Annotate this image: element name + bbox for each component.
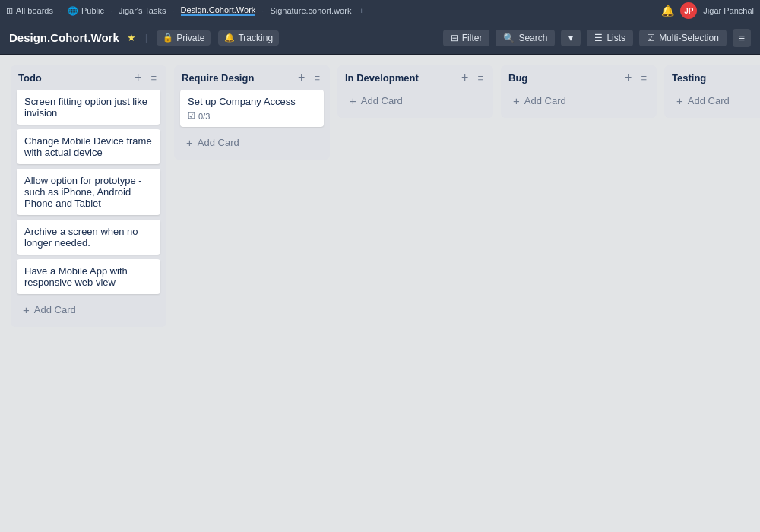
plus-icon: + <box>513 94 520 107</box>
column-require-design-menu-button[interactable]: ≡ <box>312 72 322 84</box>
multi-selection-button[interactable]: ☑ Multi-Selection <box>639 30 727 46</box>
checklist-icon: ☑ <box>188 111 195 121</box>
column-testing: Testing + ≡ + Add Card <box>664 65 760 118</box>
tab-public[interactable]: 🌐 Public <box>68 6 104 16</box>
card-screen-fitting[interactable]: Screen fitting option just like invision <box>17 90 160 125</box>
column-todo-menu-button[interactable]: ≡ <box>148 72 159 84</box>
board-container: Todo + ≡ Screen fitting option just like… <box>0 55 760 532</box>
todo-add-card-button[interactable]: + Add Card <box>17 299 160 321</box>
tracking-badge[interactable]: 🔔 Tracking <box>218 30 279 46</box>
column-todo-title: Todo <box>18 72 128 84</box>
checkbox-icon: ☑ <box>647 33 655 43</box>
column-require-design: Require Design + ≡ Set up Company Access… <box>174 65 330 160</box>
search-icon: 🔍 <box>503 33 515 43</box>
bell-icon: 🔔 <box>224 33 235 43</box>
column-require-design-header: Require Design + ≡ <box>174 65 330 90</box>
avatar[interactable]: JP <box>680 2 697 19</box>
column-bug-menu-button[interactable]: ≡ <box>638 72 649 84</box>
header-menu-button[interactable]: ≡ <box>733 29 751 47</box>
tab-separator-1: · <box>59 6 62 15</box>
app-header: Design.Cohort.Work ★ | 🔒 Private 🔔 Track… <box>0 21 760 55</box>
column-bug-add-button[interactable]: + <box>622 71 634 84</box>
lists-button[interactable]: ☰ Lists <box>587 30 633 46</box>
column-todo: Todo + ≡ Screen fitting option just like… <box>11 65 166 327</box>
add-tab-button[interactable]: + <box>359 6 363 15</box>
star-icon[interactable]: ★ <box>127 32 136 43</box>
tab-bar: ⊞ All boards · 🌐 Public · Jigar's Tasks … <box>0 0 760 21</box>
tab-separator-4: · <box>261 6 264 15</box>
tab-jigars-tasks[interactable]: Jigar's Tasks <box>119 6 166 15</box>
bug-add-card-button[interactable]: + Add Card <box>507 90 651 112</box>
private-badge[interactable]: 🔒 Private <box>157 30 211 46</box>
column-bug-body: + Add Card <box>501 90 657 118</box>
column-in-development-menu-button[interactable]: ≡ <box>475 72 486 84</box>
card-mobile-device-frame[interactable]: Change Mobile Device frame with actual d… <box>17 129 160 164</box>
filter-button[interactable]: ⊟ Filter <box>443 30 490 46</box>
column-bug-header: Bug + ≡ <box>501 65 657 90</box>
column-in-development-body: + Add Card <box>337 90 493 118</box>
grid-icon: ⊞ <box>6 6 13 16</box>
plus-icon: + <box>676 94 683 107</box>
list-icon: ☰ <box>594 33 603 43</box>
card-prototype-option[interactable]: Allow option for prototype - such as iPh… <box>17 169 160 215</box>
search-button[interactable]: 🔍 Search <box>496 30 555 46</box>
tab-signature-cohort[interactable]: Signature.cohort.work <box>270 6 351 15</box>
tab-separator-2: · <box>110 6 112 15</box>
notification-icon[interactable]: 🔔 <box>661 5 674 17</box>
header-right: ⊟ Filter 🔍 Search ▾ ☰ Lists ☑ Multi-Sele… <box>443 29 751 47</box>
lock-icon: 🔒 <box>163 33 173 43</box>
card-checklist: ☑ 0/3 <box>188 111 316 121</box>
card-mobile-app-responsive[interactable]: Have a Mobile App with responsive web vi… <box>17 259 160 294</box>
tab-bar-right: 🔔 JP Jigar Panchal <box>661 2 754 19</box>
tab-design-cohort[interactable]: Design.Cohort.Work <box>181 5 256 16</box>
column-in-development-add-button[interactable]: + <box>459 71 470 84</box>
tab-all-boards[interactable]: ⊞ All boards <box>6 6 53 16</box>
column-todo-add-button[interactable]: + <box>132 71 144 84</box>
column-todo-header: Todo + ≡ <box>11 65 166 90</box>
column-testing-title: Testing <box>672 72 760 84</box>
column-require-design-title: Require Design <box>182 72 291 84</box>
tab-separator-3: · <box>172 6 174 15</box>
card-archive-screen[interactable]: Archive a screen when no longer needed. <box>17 220 160 255</box>
column-testing-body: + Add Card <box>664 90 760 118</box>
plus-icon: + <box>186 136 193 149</box>
filter-icon: ⊟ <box>451 33 458 43</box>
column-require-design-body: Set up Company Access ☑ 0/3 + Add Card <box>174 90 330 160</box>
column-bug-title: Bug <box>508 72 618 84</box>
column-bug: Bug + ≡ + Add Card <box>501 65 657 118</box>
plus-icon: + <box>23 303 30 316</box>
testing-add-card-button[interactable]: + Add Card <box>670 90 760 112</box>
globe-icon: 🌐 <box>68 6 78 16</box>
column-in-development-header: In Development + ≡ <box>337 65 493 90</box>
card-company-access[interactable]: Set up Company Access ☑ 0/3 <box>180 90 324 127</box>
require-design-add-card-button[interactable]: + Add Card <box>180 131 324 154</box>
dropdown-button[interactable]: ▾ <box>561 30 581 46</box>
app-logo[interactable]: Design.Cohort.Work <box>9 31 119 44</box>
column-in-development-title: In Development <box>345 72 454 84</box>
column-require-design-add-button[interactable]: + <box>296 71 307 84</box>
user-name: Jigar Panchal <box>703 6 754 15</box>
plus-icon: + <box>350 94 356 107</box>
column-todo-body: Screen fitting option just like invision… <box>11 90 166 327</box>
header-divider-1: | <box>145 32 147 43</box>
chevron-down-icon: ▾ <box>568 33 573 43</box>
column-testing-header: Testing + ≡ <box>664 65 760 90</box>
in-development-add-card-button[interactable]: + Add Card <box>344 90 487 112</box>
column-in-development: In Development + ≡ + Add Card <box>337 65 493 118</box>
